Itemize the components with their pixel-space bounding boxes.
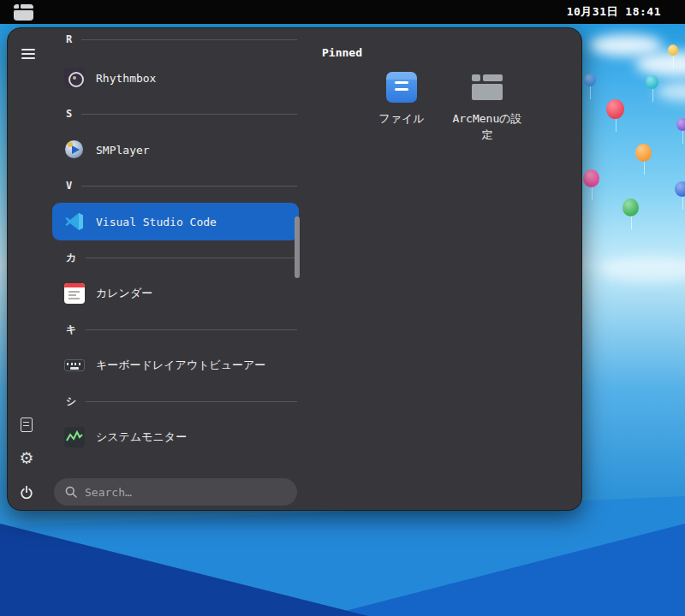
pinned-grid: ファイル ArcMenuの設定: [359, 71, 530, 144]
group-header-ka: カ: [66, 250, 297, 265]
app-label: システムモニター: [96, 429, 187, 445]
group-letter: S: [66, 108, 72, 120]
app-item-calendar[interactable]: カレンダー: [52, 275, 299, 312]
pinned-label: ArcMenuの設定: [450, 111, 524, 144]
arcmenu-button[interactable]: [9, 0, 38, 24]
app-label: Visual Studio Code: [96, 216, 217, 228]
group-header-r: R: [66, 32, 297, 47]
group-divider: [81, 114, 297, 115]
group-divider: [86, 401, 297, 402]
documents-button[interactable]: [15, 413, 38, 435]
app-item-smplayer[interactable]: SMPlayer: [52, 131, 299, 169]
power-button[interactable]: [15, 482, 38, 504]
app-label: キーボードレイアウトビューアー: [96, 358, 265, 373]
pinned-item-arcmenu-settings[interactable]: ArcMenuの設定: [444, 71, 530, 144]
app-item-rhythmbox[interactable]: Rhythmbox: [52, 59, 299, 97]
group-letter: キ: [66, 323, 76, 337]
balloon: [675, 181, 685, 197]
arcmenu-logo-icon: [14, 4, 33, 21]
settings-gear-icon: [19, 450, 33, 467]
settings-button[interactable]: [15, 447, 38, 470]
balloon: [622, 198, 639, 216]
calendar-icon: [64, 283, 85, 304]
group-header-s: S: [66, 106, 297, 121]
app-label: Rhythmbox: [96, 72, 156, 85]
system-monitor-icon: [64, 427, 85, 447]
group-header-shi: シ: [66, 394, 297, 409]
smplayer-icon: [64, 139, 85, 160]
app-list-scrollbar[interactable]: [295, 216, 300, 278]
app-label: カレンダー: [96, 286, 152, 301]
group-header-ki: キ: [66, 322, 297, 337]
power-icon: [18, 484, 35, 501]
cloud: [656, 82, 685, 101]
app-item-visual-studio-code[interactable]: Visual Studio Code: [52, 203, 299, 240]
group-letter: シ: [66, 394, 76, 409]
top-panel: 10月31日 18:41: [0, 0, 685, 24]
files-icon: [386, 72, 417, 103]
app-item-system-monitor[interactable]: システムモニター: [52, 418, 299, 456]
keyboard-icon: [64, 355, 85, 376]
balloon: [635, 144, 652, 162]
vscode-icon: [64, 211, 85, 232]
group-divider: [81, 39, 297, 40]
pinned-section-title: Pinned: [322, 46, 362, 59]
app-label: SMPlayer: [96, 144, 150, 157]
app-item-keyboard-layout-viewer[interactable]: キーボードレイアウトビューアー: [52, 346, 299, 384]
balloon: [584, 74, 596, 86]
group-divider: [86, 258, 297, 258]
balloon: [668, 44, 678, 56]
balloon: [583, 169, 599, 187]
balloon: [646, 75, 658, 89]
arcmenu-popup: R S V カ キ シ Rhythmbox SMPlayer Vis: [7, 27, 582, 511]
cloud: [599, 257, 685, 282]
documents-icon: [21, 418, 33, 432]
group-header-v: V: [66, 178, 297, 193]
hamburger-menu-button[interactable]: [17, 43, 39, 65]
search-icon: [64, 485, 78, 499]
group-letter: カ: [66, 251, 76, 265]
group-letter: V: [66, 180, 72, 192]
group-letter: R: [66, 33, 72, 45]
arcmenu-logo-icon: [472, 74, 503, 100]
pinned-label: ファイル: [365, 111, 438, 127]
search-input[interactable]: [85, 486, 287, 499]
balloon: [606, 99, 624, 119]
pinned-item-files[interactable]: ファイル: [359, 71, 444, 144]
search-bar[interactable]: [54, 478, 297, 506]
balloon: [676, 118, 685, 131]
group-divider: [81, 186, 297, 187]
rhythmbox-icon: [64, 68, 85, 88]
clock-date-time[interactable]: 10月31日 18:41: [567, 4, 661, 20]
group-divider: [86, 329, 297, 330]
